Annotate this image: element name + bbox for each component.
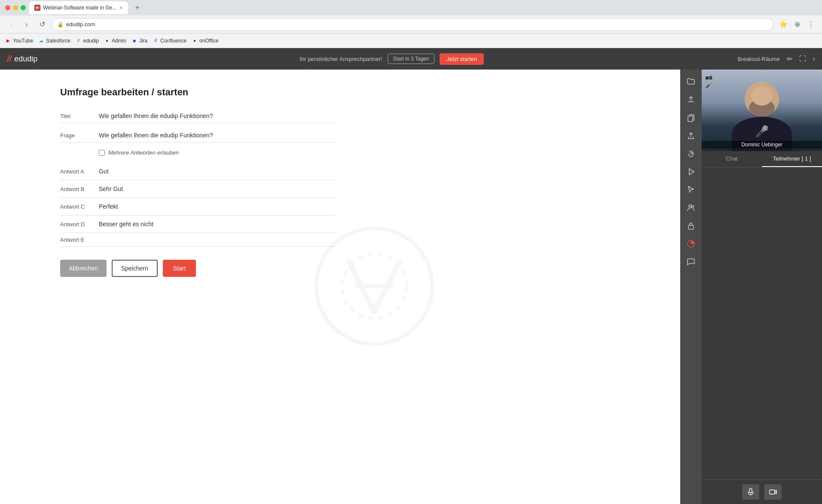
- camera-control-button[interactable]: [764, 484, 782, 500]
- edit-icon[interactable]: ✏: [787, 55, 792, 63]
- tab-close-button[interactable]: ✕: [119, 5, 123, 11]
- address-bar[interactable]: 🔒 edudip.com: [52, 18, 774, 31]
- svg-point-5: [692, 206, 694, 208]
- top-nav: // edudip Ihr persönlicher Ansprechpartn…: [0, 48, 822, 70]
- bookmark-edudip[interactable]: // edudip: [76, 38, 99, 44]
- toolbar-actions: ⭐ ⊕ ⋮: [777, 18, 817, 30]
- svg-point-4: [689, 205, 691, 207]
- tab-chat[interactable]: Chat: [702, 151, 762, 167]
- form-row-frage: Frage Wie gefallen Ihnen die edudip Funk…: [60, 130, 335, 143]
- panel-content: [702, 167, 822, 480]
- upload-tool-button[interactable]: [682, 91, 700, 108]
- play-tool-button[interactable]: [682, 163, 700, 180]
- start-soon-label: Start in 3 Tagen: [388, 54, 435, 64]
- form-value-titel: Wie gefallen Ihnen die edudip Funktionen…: [99, 111, 335, 121]
- answer-row-b: Antwort B Sehr Gut: [60, 180, 335, 198]
- admin-favicon-icon: ●: [104, 38, 110, 44]
- bookmark-salesforce[interactable]: ☁ Salesforce: [38, 38, 70, 44]
- save-button[interactable]: Speichern: [112, 260, 158, 277]
- dot-maximize[interactable]: [21, 5, 26, 10]
- main-area: Umfrage bearbeiten / starten Titel Wie g…: [0, 70, 822, 504]
- bookmark-youtube[interactable]: ▶ YouTube: [5, 38, 33, 44]
- right-panel: 📷 🎤 🎤 Dominic Uebinger Chat Teilnehmer […: [702, 70, 822, 504]
- partner-text: Ihr persönlicher Ansprechpartner!: [299, 56, 382, 62]
- mic-on-icon: 🎤: [705, 82, 712, 88]
- nav-right: Breakout-Räume ✏ ⛶ ›: [737, 55, 815, 63]
- youtube-favicon-icon: ▶: [5, 38, 11, 44]
- bookmark-onoffice-label: onOffice: [199, 38, 218, 44]
- mic-control-button[interactable]: [742, 484, 759, 500]
- lock-icon: 🔒: [57, 21, 64, 27]
- answer-row-c: Antwort C Perfekt: [60, 198, 335, 216]
- bookmark-onoffice[interactable]: ● onOffice: [192, 38, 218, 44]
- svg-marker-3: [689, 169, 694, 175]
- answer-value-a: Gut: [99, 166, 335, 176]
- multiple-answers-checkbox[interactable]: [99, 150, 105, 156]
- logo: // edudip: [7, 54, 37, 64]
- answer-label-b: Antwort B: [60, 186, 99, 192]
- folder-tool-button[interactable]: [682, 73, 700, 90]
- sidebar-tools: [680, 70, 702, 504]
- button-group: Abbrechen Speichern Start: [60, 260, 654, 277]
- cursor-tool-button[interactable]: [682, 181, 700, 198]
- fullscreen-icon[interactable]: ⛶: [799, 55, 806, 63]
- answer-label-e: Antwort E: [60, 237, 99, 243]
- mic-overlay-icon: 🎤: [755, 125, 769, 138]
- bookmark-confluence[interactable]: // Confluence: [153, 38, 186, 44]
- dot-minimize[interactable]: [13, 5, 18, 10]
- bookmark-admin[interactable]: ● Admin: [104, 38, 126, 44]
- chat-tool-button[interactable]: [682, 253, 700, 270]
- menu-button[interactable]: ⋮: [805, 18, 817, 30]
- hand-tool-button[interactable]: [682, 145, 700, 162]
- answer-value-c: Perfekt: [99, 201, 335, 212]
- edudip-favicon-icon: //: [76, 38, 82, 44]
- form-title: Umfrage bearbeiten / starten: [60, 87, 654, 98]
- video-icons: 📷 🎤: [705, 73, 712, 88]
- profile-button[interactable]: ⭐: [777, 18, 789, 30]
- browser-titlebar: W Webinar-Software made in Ge... ✕ +: [0, 0, 822, 15]
- form-label-frage: Frage: [60, 132, 99, 139]
- copy-tool-button[interactable]: [682, 109, 700, 126]
- reload-button[interactable]: ↺: [36, 18, 48, 30]
- svg-rect-6: [688, 225, 694, 229]
- nav-center: Ihr persönlicher Ansprechpartner! Start …: [46, 53, 737, 65]
- video-name: Dominic Uebinger: [702, 141, 822, 149]
- answer-row-e: Antwort E: [60, 233, 335, 247]
- new-tab-button[interactable]: +: [131, 3, 143, 12]
- more-icon[interactable]: ›: [813, 55, 815, 63]
- answer-row-a: Antwort A Gut: [60, 163, 335, 180]
- checkbox-row: Mehrere Antworten erlauben: [99, 149, 654, 156]
- app-container: // edudip Ihr persönlicher Ansprechpartn…: [0, 48, 822, 504]
- dot-close[interactable]: [5, 5, 10, 10]
- browser-tab[interactable]: W Webinar-Software made in Ge... ✕: [29, 1, 128, 14]
- bottom-controls: [702, 480, 822, 504]
- multiple-answers-label[interactable]: Mehrere Antworten erlauben: [108, 149, 179, 156]
- form-row-titel: Titel Wie gefallen Ihnen die edudip Funk…: [60, 111, 335, 123]
- answer-value-d: Besser geht es nicht: [99, 219, 335, 229]
- camera-on-icon: 📷: [705, 73, 712, 80]
- breakout-label[interactable]: Breakout-Räume: [737, 56, 779, 62]
- start-now-button[interactable]: Jetzt starten: [440, 53, 484, 65]
- share-tool-button[interactable]: [682, 127, 700, 144]
- people-tool-button[interactable]: [682, 199, 700, 216]
- start-button[interactable]: Start: [163, 260, 196, 277]
- bookmark-salesforce-label: Salesforce: [46, 38, 70, 44]
- bookmark-admin-label: Admin: [112, 38, 126, 44]
- bookmarks-bar: ▶ YouTube ☁ Salesforce // edudip ● Admin…: [0, 33, 822, 48]
- forward-button[interactable]: ›: [21, 18, 33, 30]
- answer-label-a: Antwort A: [60, 168, 99, 175]
- logo-w-icon: //: [7, 54, 12, 64]
- confluence-favicon-icon: //: [153, 38, 159, 44]
- back-button[interactable]: ‹: [5, 18, 17, 30]
- poll-tool-button[interactable]: [682, 235, 700, 252]
- tab-title: Webinar-Software made in Ge...: [43, 5, 116, 11]
- extensions-button[interactable]: ⊕: [791, 18, 803, 30]
- lock-tool-button[interactable]: [682, 217, 700, 234]
- svg-rect-8: [749, 489, 752, 493]
- bookmark-jira[interactable]: ◆ Jira: [131, 38, 147, 44]
- cancel-button[interactable]: Abbrechen: [60, 260, 107, 277]
- video-container: 📷 🎤 🎤 Dominic Uebinger: [702, 70, 822, 151]
- tab-teilnehmer[interactable]: Teilnehmer [ 1 ]: [762, 151, 822, 167]
- browser-dots: [5, 5, 26, 10]
- panel-tabs: Chat Teilnehmer [ 1 ]: [702, 151, 822, 167]
